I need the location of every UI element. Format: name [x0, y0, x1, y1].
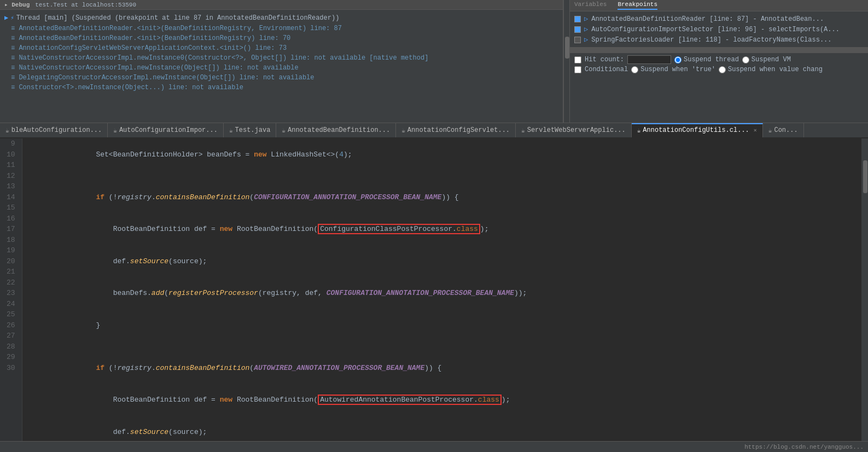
bp-icon-1: ▷: [584, 25, 588, 33]
code-line-9: Set<BeanDefinitionHolder> beanDefs = new…: [28, 138, 856, 171]
debug-right-panel: Variables Breakpoints ▷ AnnotatedBeanDef…: [570, 0, 868, 123]
right-panel-tabs: Variables Breakpoints: [570, 0, 868, 11]
thread-icon: ⚡: [10, 14, 14, 21]
tab-icon-7: ☕: [768, 127, 772, 134]
suspend-change-radio[interactable]: Suspend when value chang: [719, 66, 823, 73]
debug-left-panel: ▸ Debug test.Test at localhost:53590 ▶ ⚡…: [0, 0, 563, 123]
tab-icon-3: ☕: [282, 127, 286, 134]
bp-icon-0: ▷: [584, 15, 588, 23]
hit-count-label: Hit count:: [585, 56, 624, 63]
code-line-16: [28, 341, 856, 352]
bp-icon-2: ▷: [584, 36, 588, 44]
debug-title-bar: ▸ Debug test.Test at localhost:53590: [0, 0, 563, 10]
test-label: test.Test at localhost:53590: [35, 2, 136, 8]
tab-label-0: bleAutoConfiguration...: [11, 126, 102, 134]
code-line-19: def.setSource(source);: [28, 416, 856, 441]
bp-label-0: AnnotatedBeanDefinitionReader [line: 87]…: [591, 15, 824, 23]
top-panel: ▸ Debug test.Test at localhost:53590 ▶ ⚡…: [0, 0, 868, 123]
breakpoint-2[interactable]: ▷ SpringFactoriesLoader [line: 118] - lo…: [570, 34, 868, 45]
stack-frame-3[interactable]: NativeConstructorAccessorImpl.newInstanc…: [0, 53, 563, 63]
suspend-change-label: Suspend when value chang: [728, 66, 823, 73]
bp-checkbox-2[interactable]: [574, 37, 581, 43]
debug-label: ▸ Debug: [4, 1, 30, 8]
thread-main-item: ▶ ⚡ Thread [main] (Suspended (breakpoint…: [0, 12, 563, 24]
bp-checkbox-1[interactable]: [574, 26, 581, 33]
suspend-true-label: Suspend when 'true': [640, 66, 715, 73]
breakpoint-1[interactable]: ▷ AutoConfigurationImportSelector [line:…: [570, 24, 868, 34]
code-line-17: if (!registry.containsBeanDefinition(AUT…: [28, 352, 856, 384]
tabs-bar: ☕ bleAutoConfiguration... ☕ AutoConfigur…: [0, 123, 868, 138]
hit-count-input[interactable]: [627, 55, 671, 64]
main-container: ▸ Debug test.Test at localhost:53590 ▶ ⚡…: [0, 0, 868, 452]
tab-label-6: AnnotationConfigUtils.cl...: [643, 126, 749, 134]
stack-frame-1[interactable]: AnnotatedBeanDefinitionReader.<init>(Bea…: [0, 33, 563, 43]
tab-icon-1: ☕: [113, 127, 117, 134]
code-line-11: if (!registry.containsBeanDefinition(CON…: [28, 181, 856, 213]
tab-icon-4: ☕: [401, 127, 405, 134]
thread-arrow-icon: ▶: [4, 14, 8, 22]
suspend-true-radio[interactable]: Suspend when 'true': [631, 66, 715, 73]
conditional-checkbox[interactable]: [574, 66, 581, 73]
code-area: 9 10 11 12 13 14 15 16 17 18 19 20 21 22…: [0, 138, 868, 441]
code-line-13: def.setSource(source);: [28, 245, 856, 277]
code-line-18: RootBeanDefinition def = new RootBeanDef…: [28, 384, 856, 416]
tab-6[interactable]: ☕ AnnotationConfigUtils.cl... ✕: [632, 123, 763, 137]
code-line-14: beanDefs.add(registerPostProcessor(regis…: [28, 277, 856, 310]
tab-label-5: ServletWebServerApplic...: [527, 126, 626, 134]
suspend-vm-radio[interactable]: Suspend VM: [742, 56, 791, 63]
tab-close-6[interactable]: ✕: [754, 127, 757, 134]
code-line-15: }: [28, 309, 856, 341]
bp-label-1: AutoConfigurationImportSelector [line: 9…: [591, 26, 840, 33]
bp-label-2: SpringFactoriesLoader [line: 118] - load…: [591, 36, 831, 44]
tab-label-3: AnnotatedBeanDefinition...: [288, 126, 390, 134]
tab-7[interactable]: ☕ Con...: [763, 123, 804, 137]
tab-icon-5: ☕: [521, 127, 525, 134]
line-numbers: 9 10 11 12 13 14 15 16 17 18 19 20 21 22…: [0, 138, 22, 441]
tab-3[interactable]: ☕ AnnotatedBeanDefinition...: [276, 123, 396, 137]
tab-1[interactable]: ☕ AutoConfigurationImpor...: [108, 123, 224, 137]
tab-label-2: Test.java: [235, 126, 271, 134]
stack-frame-0[interactable]: AnnotatedBeanDefinitionReader.<init>(Bea…: [0, 24, 563, 33]
breakpoints-hscrollbar[interactable]: [570, 47, 868, 53]
stack-frame-5[interactable]: DelegatingConstructorAccessorImpl.newIns…: [0, 73, 563, 83]
suspend-vm-label: Suspend VM: [752, 56, 791, 63]
panel-scrollbar[interactable]: [563, 0, 570, 123]
status-url: https://blog.csdn.net/yangguos...: [744, 444, 864, 450]
tab-icon-0: ☕: [5, 127, 9, 134]
hit-count-checkbox[interactable]: [574, 56, 581, 63]
code-line-10: [28, 171, 856, 182]
bp-checkbox-0[interactable]: [574, 16, 581, 22]
conditional-row: Conditional Suspend when 'true' Suspend …: [574, 66, 864, 73]
status-bar: https://blog.csdn.net/yangguos...: [0, 441, 868, 452]
debug-stack-panel: ▶ ⚡ Thread [main] (Suspended (breakpoint…: [0, 10, 563, 120]
suspend-thread-radio[interactable]: Suspend thread: [674, 56, 739, 63]
breakpoint-0[interactable]: ▷ AnnotatedBeanDefinitionReader [line: 8…: [570, 14, 868, 24]
tab-5[interactable]: ☕ ServletWebServerApplic...: [516, 123, 632, 137]
variables-tab[interactable]: Variables: [574, 1, 607, 10]
stack-frame-2[interactable]: AnnotationConfigServletWebServerApplicat…: [0, 43, 563, 53]
conditional-label: Conditional: [585, 66, 628, 73]
code-vscrollbar[interactable]: [861, 138, 868, 441]
tab-0[interactable]: ☕ bleAutoConfiguration...: [0, 123, 108, 137]
tab-label-7: Con...: [774, 126, 797, 134]
tab-icon-6: ☕: [637, 127, 641, 134]
hit-count-row: Hit count: Suspend thread Suspend VM: [574, 55, 864, 64]
tab-label-1: AutoConfigurationImpor...: [119, 126, 218, 134]
breakpoint-options: Hit count: Suspend thread Suspend VM Con…: [570, 53, 868, 76]
tab-label-4: AnnotationConfigServlet...: [407, 126, 510, 134]
suspend-thread-label: Suspend thread: [684, 56, 739, 63]
stack-frame-4[interactable]: NativeConstructorAccessorImpl.newInstanc…: [0, 63, 563, 73]
breakpoints-list: ▷ AnnotatedBeanDefinitionReader [line: 8…: [570, 11, 868, 47]
code-line-12: RootBeanDefinition def = new RootBeanDef…: [28, 213, 856, 246]
breakpoints-tab[interactable]: Breakpoints: [617, 1, 657, 10]
tab-4[interactable]: ☕ AnnotationConfigServlet...: [396, 123, 516, 137]
code-content[interactable]: Set<BeanDefinitionHolder> beanDefs = new…: [22, 138, 861, 441]
thread-main-label: Thread [main] (Suspended (breakpoint at …: [16, 14, 340, 22]
stack-frame-6[interactable]: Constructor<T>.newInstance(Object...) li…: [0, 83, 563, 92]
tab-icon-2: ☕: [229, 127, 233, 134]
tab-2[interactable]: ☕ Test.java: [224, 123, 276, 137]
